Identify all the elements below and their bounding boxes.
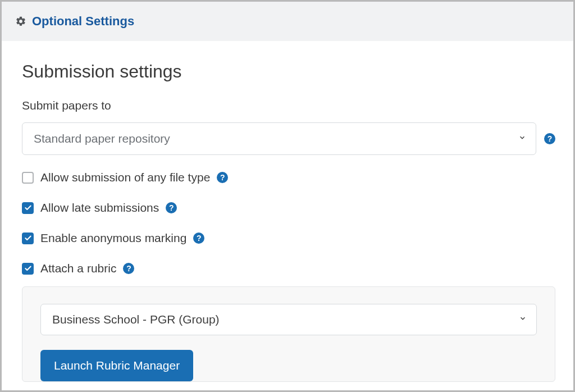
rubric-panel: Business School - PGR (Group) Launch Rub… — [22, 286, 555, 382]
submit-to-select-wrap: Standard paper repository — [22, 122, 536, 155]
submit-to-select[interactable]: Standard paper repository — [22, 122, 536, 155]
content-area: Submission settings Submit papers to Sta… — [2, 41, 573, 382]
any-file-type-checkbox[interactable] — [22, 172, 34, 184]
help-icon[interactable]: ? — [166, 202, 177, 213]
option-any-file-type: Allow submission of any file type ? — [22, 171, 555, 184]
rubric-select-wrap: Business School - PGR (Group) — [40, 304, 537, 335]
anonymous-marking-checkbox[interactable] — [22, 233, 34, 244]
submit-to-label: Submit papers to — [22, 99, 555, 112]
help-icon[interactable]: ? — [544, 133, 555, 144]
late-submissions-label: Allow late submissions — [40, 201, 159, 215]
launch-rubric-manager-button[interactable]: Launch Rubric Manager — [40, 350, 193, 381]
rubric-select[interactable]: Business School - PGR (Group) — [40, 304, 537, 335]
panel-header-title: Optional Settings — [32, 14, 134, 29]
help-icon[interactable]: ? — [217, 172, 228, 183]
help-icon[interactable]: ? — [193, 233, 204, 244]
option-attach-rubric: Attach a rubric ? — [22, 262, 555, 275]
attach-rubric-checkbox[interactable] — [22, 263, 34, 275]
section-title: Submission settings — [22, 61, 555, 82]
any-file-type-label: Allow submission of any file type — [40, 171, 210, 184]
help-icon[interactable]: ? — [123, 263, 134, 274]
late-submissions-checkbox[interactable] — [22, 202, 34, 214]
attach-rubric-label: Attach a rubric — [40, 262, 116, 275]
submit-to-row: Standard paper repository ? — [22, 122, 555, 155]
option-anonymous-marking: Enable anonymous marking ? — [22, 231, 555, 245]
anonymous-marking-label: Enable anonymous marking — [40, 231, 186, 245]
gear-icon — [15, 16, 26, 27]
panel-header: Optional Settings — [2, 2, 573, 41]
option-late-submissions: Allow late submissions ? — [22, 201, 555, 215]
settings-panel: Optional Settings Submission settings Su… — [0, 0, 575, 392]
